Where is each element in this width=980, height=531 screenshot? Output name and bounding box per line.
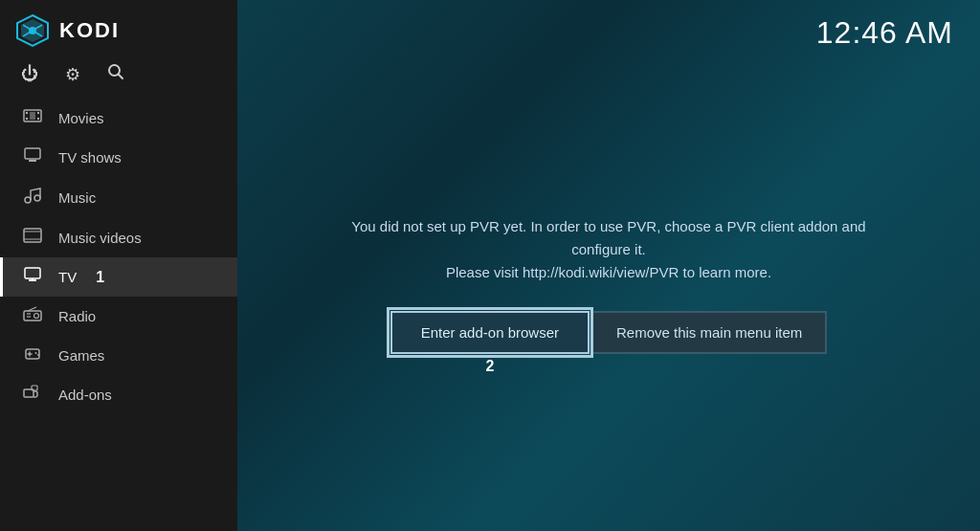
pvr-message-line1: You did not set up PVR yet. In order to …: [351, 218, 865, 257]
sidebar: KODI ⏻ ⚙ Movies TV shows: [0, 0, 237, 531]
app-header: KODI: [0, 0, 237, 57]
svg-point-10: [26, 112, 28, 114]
pvr-buttons-row: Enter add-on browser 2 Remove this main …: [390, 311, 828, 354]
sidebar-item-games[interactable]: Games: [0, 336, 237, 375]
svg-point-13: [37, 118, 39, 120]
search-button[interactable]: [107, 63, 124, 85]
radio-icon: [22, 306, 43, 326]
tv-icon: [22, 267, 43, 287]
music-videos-icon: [22, 228, 43, 248]
movies-label: Movies: [58, 110, 104, 126]
sidebar-item-add-ons[interactable]: Add-ons: [0, 375, 237, 414]
svg-point-11: [26, 118, 28, 120]
radio-label: Radio: [58, 308, 96, 324]
settings-button[interactable]: ⚙: [65, 64, 80, 85]
sidebar-top-icons: ⏻ ⚙: [0, 57, 237, 99]
svg-rect-22: [25, 268, 40, 278]
svg-rect-23: [29, 279, 36, 281]
svg-line-8: [119, 75, 123, 79]
enter-addon-browser-button[interactable]: Enter add-on browser: [390, 311, 590, 354]
music-icon: [22, 187, 43, 209]
sidebar-item-radio[interactable]: Radio: [0, 297, 237, 336]
svg-rect-19: [24, 229, 41, 242]
games-icon: [22, 345, 43, 365]
sidebar-item-tv-shows[interactable]: TV shows: [0, 138, 237, 177]
svg-rect-16: [29, 160, 36, 162]
add-ons-icon: [22, 385, 43, 405]
tv-shows-icon: [22, 147, 43, 167]
music-label: Music: [58, 189, 96, 206]
svg-rect-14: [30, 112, 35, 120]
tv-label: TV: [58, 269, 77, 285]
svg-point-18: [34, 195, 40, 201]
sidebar-item-movies[interactable]: Movies: [0, 99, 237, 138]
pvr-panel: You did not set up PVR yet. In order to …: [237, 38, 980, 531]
app-title: KODI: [59, 18, 120, 43]
pvr-message-line2: Please visit http://kodi.wiki/view/PVR t…: [446, 264, 771, 280]
svg-rect-15: [25, 148, 40, 159]
svg-point-29: [35, 352, 37, 354]
sidebar-item-music[interactable]: Music: [0, 177, 237, 218]
svg-point-17: [25, 197, 31, 203]
games-label: Games: [58, 347, 104, 364]
svg-point-12: [37, 112, 39, 114]
main-nav: Movies TV shows Music Music videos: [0, 99, 237, 531]
svg-point-26: [34, 314, 39, 319]
movies-icon: [22, 108, 43, 128]
main-content: 12:46 AM You did not set up PVR yet. In …: [237, 0, 980, 531]
sidebar-item-tv[interactable]: TV 1: [0, 257, 237, 297]
remove-menu-item-button[interactable]: Remove this main menu item: [591, 311, 827, 354]
tv-badge: 1: [96, 269, 104, 286]
addon-button-badge: 2: [485, 358, 494, 375]
clock-display: 12:46 AM: [816, 15, 953, 51]
tv-shows-label: TV shows: [58, 149, 122, 166]
add-ons-label: Add-ons: [58, 387, 112, 403]
pvr-message: You did not set up PVR yet. In order to …: [322, 215, 896, 284]
sidebar-item-music-videos[interactable]: Music videos: [0, 218, 237, 257]
music-videos-label: Music videos: [58, 230, 142, 246]
power-button[interactable]: ⏻: [21, 64, 38, 84]
kodi-logo-icon: [15, 13, 50, 48]
